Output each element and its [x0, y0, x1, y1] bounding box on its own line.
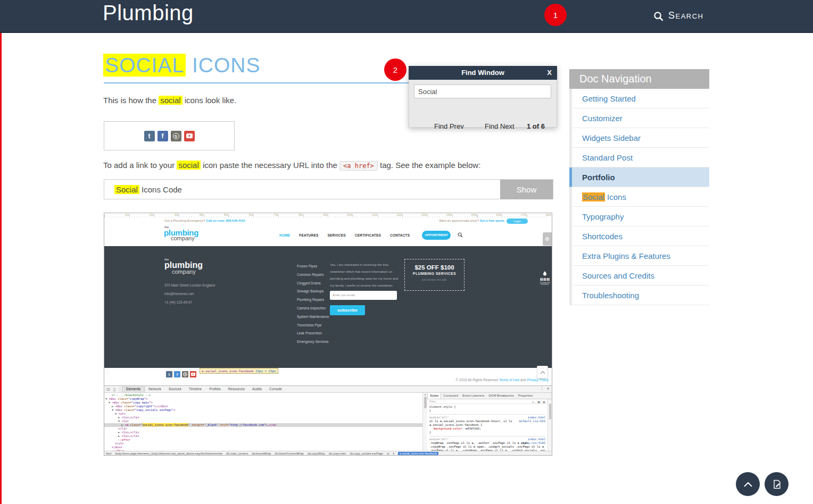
footer-logo-sub: company	[172, 269, 203, 275]
sidebar-item-sources-credits[interactable]: Sources and Credits	[569, 266, 709, 285]
gear-icon: ⚙	[543, 232, 552, 246]
breadcrumb-item: div.copyWrap	[308, 452, 325, 455]
devtools-toolbar: ⊡ ▯ ElementsNetworkSourcesTimelineProfil…	[104, 386, 552, 393]
breadcrumb-item: html	[106, 452, 111, 455]
site-nav-item: CONTACTS	[390, 233, 410, 237]
copyright-and: and	[519, 378, 527, 382]
find-match-count: 1 of 6	[527, 122, 545, 130]
price-text: Want an approximate price? Get a free qu…	[439, 219, 505, 222]
facebook-icon[interactable]: f	[157, 131, 168, 141]
edit-page-button[interactable]	[765, 472, 789, 496]
sidebar-item-typography[interactable]: Typography	[569, 207, 709, 226]
tumblr-icon[interactable]: t	[144, 131, 155, 141]
find-prev-button[interactable]: Find Prev	[434, 122, 464, 130]
ruler-numbers: 1002003004005006007008009001000110012001…	[104, 213, 552, 217]
site-nav-item: CERTIFICATES	[355, 233, 381, 237]
youtube-icon[interactable]	[184, 131, 195, 141]
youtube-play-glyph	[186, 133, 193, 138]
elements-tree-line: </ul>	[104, 442, 422, 446]
example-screenshot: 1002003004005006007008009001000110012001…	[104, 213, 552, 456]
devtools-tabs: ElementsNetworkSourcesTimelineProfilesRe…	[122, 386, 286, 392]
devtools-tab: Sources	[165, 386, 185, 392]
find-window-titlebar[interactable]: Find Window X	[409, 66, 557, 80]
footer-service-item: Camera Inspection	[297, 306, 329, 315]
show-button[interactable]: Show	[500, 180, 553, 199]
sidebar-item-shortcodes[interactable]: Shortcodes	[569, 226, 709, 246]
subscribe-button: subscribe	[330, 305, 365, 315]
site-nav-item: SERVICES	[327, 233, 345, 237]
inspect-element-icon: ⊡	[106, 387, 110, 392]
find-next-button[interactable]: Find Next	[485, 122, 515, 130]
styles-rule-line: default.css:629ul li a.social_icons.icon…	[429, 419, 545, 423]
sidebar-item-social-icons[interactable]: Social Icons	[569, 187, 709, 207]
ruler-number: 200	[129, 213, 154, 217]
devtools-tab: Network	[145, 386, 165, 392]
elements-tree-line: ▶ <li>…</li>	[104, 431, 422, 434]
find-input[interactable]	[414, 85, 551, 98]
scroll-to-top-button[interactable]	[736, 472, 760, 496]
styles-rule-line: style.css:5105.topWrap .socPage ul li a,…	[429, 441, 545, 445]
search-link[interactable]: Search	[668, 10, 704, 21]
styles-rule-line: index.htmlmedia="all"	[429, 414, 545, 419]
styles-filter-icon: ▣	[537, 399, 541, 404]
breadcrumb-item: body.home.page.themerex_body.fullscreen.…	[115, 452, 222, 455]
sidebar-social-highlight: Social	[582, 192, 605, 201]
logo-sub: company	[171, 236, 198, 241]
coupon-subtitle: PLUMBING SERVICES	[405, 272, 464, 275]
devtools-toolbar-right: ⋮ ×	[540, 387, 550, 391]
footer-services-list: Frozen PipesCommon RepairsClogged Drains…	[297, 264, 329, 348]
elements-tree-line: ▼ <ul>	[104, 412, 422, 416]
styles-filter-icons: +,▣◉	[532, 399, 545, 404]
devtools-menu-icon: ⋮	[540, 387, 544, 391]
sidebar-item-extra-plugins[interactable]: Extra Plugins & Features	[569, 246, 709, 266]
breadcrumb-item: div.footerContentWrap	[275, 452, 304, 455]
toolbar-divider	[120, 387, 120, 392]
sidebar-item-troubleshooting[interactable]: Troubleshooting	[569, 285, 709, 305]
devtools-close-icon: ×	[546, 387, 550, 391]
left-accent-stripe	[0, 33, 2, 504]
breadcrumb-item: li	[393, 452, 394, 455]
page-title: SOCIAL ICONS	[103, 54, 260, 77]
elements-tree-line: ::after	[104, 438, 422, 442]
footer-phone: +1 (44) 123-45-67	[164, 298, 215, 307]
styles-tabs: StylesComputedEvent ListenersDOM Breakpo…	[427, 393, 552, 399]
skype-icon[interactable]: S	[171, 131, 181, 141]
coupon-title: $25 OFF $100	[405, 264, 464, 271]
elements-tree-line: ▶ <div class="copyright">…</div>	[104, 405, 422, 408]
accordion-label: Social Icons Code	[114, 180, 182, 199]
ruler-number: 300	[154, 213, 179, 217]
breadcrumb-item: a.social_icons.icon-facebook	[398, 452, 438, 455]
footer-service-item: Clogged Drains	[297, 281, 329, 290]
breadcrumb-item: div.main_content	[226, 452, 248, 455]
sidebar-social-rest: Icons	[605, 192, 626, 201]
sidebar-item-getting-started[interactable]: Getting Started	[569, 89, 709, 108]
sidebar-item-portfolio[interactable]: Portfolio	[569, 167, 709, 187]
scrollbar-up-arrow: ▲	[423, 393, 427, 396]
link-paragraph: To add a link to your social icon paste …	[103, 161, 480, 170]
site-nav: HOMEFEATURESSERVICESCERTIFICATESCONTACTS	[279, 233, 410, 237]
footer-facebook-icon-highlighted: f	[174, 371, 180, 377]
styles-rule-line: .copyWrap .socPage ul li a span, .widget…	[429, 445, 545, 449]
ruler-number: 1100	[353, 213, 378, 217]
screenshot-topbar: Got a Plumbing Emergency? Call us now: 8…	[104, 217, 552, 224]
link-post: tag. See the example below:	[378, 161, 480, 170]
annotation-badge-2: 2	[384, 58, 407, 81]
close-icon[interactable]: X	[547, 66, 552, 80]
styles-rule-line: }	[429, 409, 545, 413]
ruler-number: 1000	[328, 213, 353, 217]
sidebar-item-standard-post[interactable]: Standard Post	[569, 148, 709, 167]
footer-service-item: Emergency Services	[297, 340, 329, 348]
privacy-link: Privacy Policy	[527, 378, 549, 382]
footer-email: info@themerex.net	[164, 290, 215, 298]
bbb-text: BBB	[540, 278, 550, 282]
site-title[interactable]: Plumbing	[103, 1, 194, 25]
sidebar-item-customizer[interactable]: Customizer	[569, 108, 709, 128]
screenshot-site-header: the plumbing company HOMEFEATURESSERVICE…	[104, 224, 552, 246]
elements-tree-line: ▶ <li>…</li>	[104, 416, 422, 419]
search-icon[interactable]	[653, 11, 663, 21]
page-title-rest: ICONS	[186, 54, 260, 77]
find-window-title: Find Window	[461, 69, 504, 77]
ruler-number: 1200	[378, 213, 403, 217]
sidebar-item-widgets-sidebar[interactable]: Widgets Sidebar	[569, 128, 709, 148]
elements-breadcrumb: htmlbody.home.page.themerex_body.fullscr…	[104, 451, 552, 456]
